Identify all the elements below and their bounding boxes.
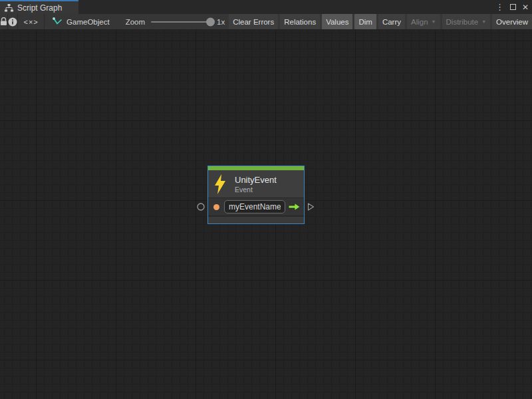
- close-icon[interactable]: ✕: [522, 3, 529, 11]
- align-dropdown[interactable]: Align ▼: [407, 14, 440, 29]
- info-button[interactable]: [8, 14, 18, 29]
- graph-owner: GameObject: [45, 14, 116, 29]
- event-bolt-icon: [214, 174, 226, 194]
- dim-button[interactable]: Dim: [354, 14, 376, 29]
- graph-canvas[interactable]: UnityEvent Event: [0, 30, 532, 399]
- script-graph-window: Script Graph ⋮ ✕: [0, 0, 532, 399]
- zoom-slider-track[interactable]: [151, 21, 211, 23]
- button-label: Align: [411, 18, 428, 26]
- unity-event-node[interactable]: UnityEvent Event: [207, 166, 305, 224]
- trigger-arrow-icon: [288, 202, 301, 211]
- zoom-label: Zoom: [126, 18, 145, 26]
- tab-script-graph[interactable]: Script Graph: [0, 0, 78, 14]
- distribute-dropdown[interactable]: Distribute ▼: [442, 14, 491, 29]
- button-label: Clear Errors: [233, 18, 274, 26]
- chevron-down-icon: ▼: [432, 19, 436, 24]
- maximize-icon[interactable]: [510, 4, 516, 10]
- values-button[interactable]: Values: [322, 14, 352, 29]
- clear-errors-button[interactable]: Clear Errors: [229, 14, 278, 29]
- code-icon: <×>: [23, 18, 38, 26]
- output-trigger-port[interactable]: [307, 203, 315, 211]
- node-header[interactable]: UnityEvent Event: [208, 170, 304, 198]
- zoom-control: Zoom 1x: [126, 14, 225, 29]
- graph-asset-icon: [53, 17, 63, 26]
- window-controls: ⋮ ✕: [495, 0, 529, 14]
- script-graph-icon: [5, 4, 13, 12]
- carry-button[interactable]: Carry: [378, 14, 405, 29]
- node-title: UnityEvent: [235, 175, 277, 185]
- button-label: Distribute: [446, 18, 479, 26]
- graph-toolbar: <×> GameObject Zoom 1x Clear Errors: [0, 14, 532, 30]
- graph-owner-label: GameObject: [66, 18, 110, 26]
- edit-graph-button[interactable]: <×>: [18, 14, 45, 29]
- toolbar-buttons: Clear Errors Relations Values Dim Carry …: [225, 14, 532, 29]
- button-label: Values: [326, 18, 348, 26]
- zoom-slider-handle[interactable]: [206, 17, 215, 26]
- node-footer: [208, 216, 304, 223]
- lock-button[interactable]: [0, 14, 8, 29]
- input-trigger-port[interactable]: [197, 203, 205, 211]
- event-name-input-port[interactable]: [213, 204, 219, 210]
- relations-button[interactable]: Relations: [280, 14, 320, 29]
- button-label: Dim: [358, 18, 372, 26]
- button-label: Overview: [496, 18, 528, 26]
- chevron-down-icon: ▼: [481, 19, 486, 24]
- zoom-value: 1x: [217, 18, 225, 26]
- node-subtitle: Event: [235, 186, 277, 194]
- button-label: Relations: [284, 18, 316, 26]
- tab-bar: Script Graph ⋮ ✕: [0, 0, 532, 14]
- overview-button[interactable]: Overview: [492, 14, 532, 29]
- lock-icon: [0, 17, 7, 26]
- button-label: Carry: [382, 18, 401, 26]
- window-menu-icon[interactable]: ⋮: [495, 3, 504, 11]
- info-icon: [8, 17, 17, 27]
- tab-title: Script Graph: [17, 3, 62, 13]
- node-titles: UnityEvent Event: [235, 175, 277, 194]
- event-name-input[interactable]: [224, 200, 285, 213]
- node-port-row: [208, 198, 304, 216]
